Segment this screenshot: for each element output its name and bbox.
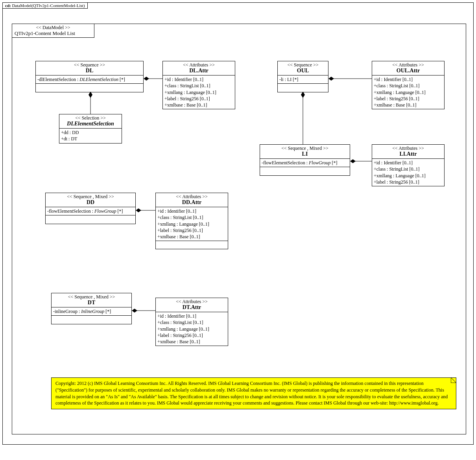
frame-tab-title: DataModel(QTIv2p1-ContentModel-List) [12,3,85,8]
class-attrs: -dlElementSelection : DLElementSelection… [36,75,143,84]
class-title: DT.Attr [157,304,226,311]
copyright-text: Copyright: 2012 (c) IMS Global Learning … [55,381,448,406]
stereotype: << Attributes >> [374,62,443,68]
class-title: LI.Attr [374,151,443,158]
class-DTAttr: << Attributes >> DT.Attr +id : Identifie… [155,298,228,346]
stereotype: << Sequence >> [279,62,327,68]
class-DT: << Sequence , Mixed >> DT -inlineGroup :… [51,293,132,324]
class-attrs: +dd : DD +dt : DT [59,129,122,143]
stereotype: << Attributes >> [374,145,443,151]
class-title: LI [262,151,348,158]
diagram-canvas: cd: DataModel(QTIv2p1-ContentModel-List)… [0,0,476,460]
class-OUL: << Sequence >> OUL -li : LI [*] [277,61,328,92]
stereotype: << Attributes >> [164,62,233,68]
class-ops [46,215,135,223]
class-LI: << Sequence , Mixed >> LI -flowElementSe… [260,144,350,176]
package-stereotype: << DataModel >> [14,25,92,30]
frame-tab-prefix: cd: [5,3,11,8]
class-title: DT [53,300,130,306]
class-title: DLElementSelection [61,121,120,127]
stereotype: << Sequence , Mixed >> [47,194,134,199]
class-DLAttr: << Attributes >> DL.Attr +id : Identifie… [162,61,235,109]
class-attrs: +id : Identifier [0..1] +class : StringL… [156,312,228,346]
svg-marker-0 [451,377,456,383]
class-DL: << Sequence >> DL -dlElementSelection : … [35,61,144,92]
class-ops [278,84,328,92]
class-ops [260,167,350,175]
class-title: DL [37,68,142,74]
class-attrs: +id : Identifier [0..1] +class : StringL… [372,75,444,109]
stereotype: << Sequence , Mixed >> [53,294,130,300]
class-attrs: +id : Identifier [0..1] +class : StringL… [163,75,235,109]
class-ops [52,316,131,324]
class-attrs: -li : LI [*] [278,75,328,84]
dogear-icon [451,377,456,383]
stereotype: << Attributes >> [157,299,226,304]
class-title: OUL.Attr [374,68,443,74]
class-LIAttr: << Attributes >> LI.Attr +id : Identifie… [372,144,445,186]
class-title: DL.Attr [164,68,233,74]
class-attrs: -flowElementSelection : FlowGroup [*] [46,207,135,215]
class-title: DD [47,199,134,206]
class-ops [156,241,228,249]
class-title: OUL [279,68,327,74]
stereotype: << Sequence >> [37,62,142,68]
stereotype: << Selection >> [61,115,120,121]
copyright-note: Copyright: 2012 (c) IMS Global Learning … [51,377,456,409]
package-title: QTIv2p1-Content Model List [14,30,92,37]
class-title: DD.Attr [157,199,226,206]
class-DD: << Sequence , Mixed >> DD -flowElementSe… [45,193,136,224]
package-header-box: << DataModel >> QTIv2p1-Content Model Li… [12,24,94,38]
stereotype: << Sequence , Mixed >> [262,145,348,151]
class-DLElementSelection: << Selection >> DLElementSelection +dd :… [59,114,122,144]
class-attrs: -flowElementSelection : FlowGroup [*] [260,159,350,167]
class-OULAttr: << Attributes >> OUL.Attr +id : Identifi… [372,61,445,109]
stereotype: << Attributes >> [157,194,226,199]
class-attrs: +id : Identifier [0..1] +class : StringL… [156,207,228,241]
class-attrs: -inlineGroup : InlineGroup [*] [52,307,131,316]
frame-tab: cd: DataModel(QTIv2p1-ContentModel-List) [2,2,88,9]
class-DDAttr: << Attributes >> DD.Attr +id : Identifie… [155,193,228,249]
class-attrs: +id : Identifier [0..1] +class : StringL… [372,159,444,186]
class-ops [36,84,143,92]
